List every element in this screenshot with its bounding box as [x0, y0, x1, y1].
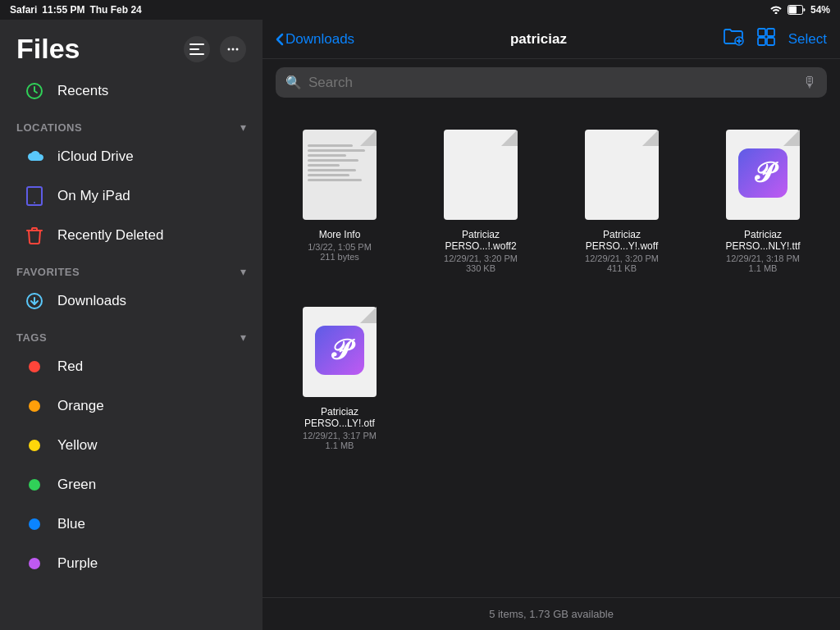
sidebar-item-recents[interactable]: Recents: [7, 71, 256, 111]
locations-collapse-button[interactable]: ▾: [240, 121, 246, 134]
sidebar-toggle-button[interactable]: [184, 36, 210, 62]
svg-rect-18: [758, 38, 765, 45]
svg-rect-19: [767, 38, 774, 45]
downloads-icon: [23, 290, 46, 313]
sidebar-item-label-ipad: On My iPad: [57, 188, 130, 204]
file-page-woff2: [444, 130, 518, 220]
battery-label: 54%: [810, 4, 830, 16]
select-label: Select: [788, 31, 827, 47]
file-item-woff[interactable]: Patriciaz PERSO...Y!.woff 12/29/21, 3:20…: [558, 119, 686, 280]
tags-section-header: Tags ▾: [0, 321, 262, 347]
p-font-icon-otf: 𝒫: [315, 326, 364, 375]
file-size-ttf: 1.1 MB: [749, 263, 778, 273]
tag-purple-icon: [23, 552, 46, 575]
sidebar-title: Files: [16, 33, 80, 65]
tag-blue-label: Blue: [57, 516, 85, 532]
p-font-icon-ttf: 𝒫: [738, 148, 788, 198]
select-button[interactable]: Select: [788, 31, 827, 48]
sidebar-item-tag-green[interactable]: Green: [7, 465, 256, 504]
tags-collapse-button[interactable]: ▾: [240, 331, 246, 344]
file-size-otf: 1.1 MB: [326, 441, 354, 450]
file-name-more-info: More Info: [319, 229, 361, 240]
tag-purple-label: Purple: [57, 555, 98, 572]
sidebar-item-label-downloads: Downloads: [57, 293, 126, 309]
grid-view-button[interactable]: [757, 28, 775, 50]
file-lines: [303, 141, 377, 187]
carrier-label: Safari: [10, 4, 37, 16]
file-date-otf: 12/29/21, 3:17 PM: [303, 431, 377, 441]
date-label: Thu Feb 24: [89, 4, 141, 16]
svg-rect-4: [189, 53, 204, 55]
tag-red-icon: [23, 355, 46, 378]
sidebar-item-tag-red[interactable]: Red: [7, 347, 256, 386]
nav-title: patriciaz: [510, 31, 567, 48]
mic-icon[interactable]: 🎙: [802, 74, 817, 91]
file-size-woff2: 330 KB: [466, 263, 495, 273]
file-name-otf: Patriciaz PERSO...LY!.otf: [294, 406, 385, 429]
trash-icon: [23, 224, 46, 247]
file-item-ttf[interactable]: 𝒫 Patriciaz PERSO...NLY!.ttf 12/29/21, 3…: [699, 119, 827, 280]
battery-icon: [788, 5, 806, 15]
file-item-more-info[interactable]: More Info 1/3/22, 1:05 PM 211 bytes: [276, 119, 404, 280]
status-right: 54%: [769, 4, 830, 16]
file-thumb-ttf: 𝒫: [722, 126, 804, 224]
sidebar-item-tag-purple[interactable]: Purple: [7, 544, 256, 583]
new-folder-icon: [723, 28, 744, 46]
favorites-section-header: Favorites ▾: [0, 255, 262, 281]
file-size-woff: 411 KB: [607, 263, 637, 273]
sidebar-item-label-icloud: iCloud Drive: [57, 148, 134, 165]
app-layout: Files: [0, 20, 840, 630]
sidebar-toggle-icon: [189, 43, 204, 55]
back-button[interactable]: Downloads: [276, 31, 354, 48]
file-name-woff: Patriciaz PERSO...Y!.woff: [577, 229, 667, 252]
more-options-icon: [226, 43, 240, 56]
favorites-collapse-button[interactable]: ▾: [240, 265, 246, 278]
file-name-ttf: Patriciaz PERSO...NLY!.ttf: [718, 229, 808, 252]
files-area: More Info 1/3/22, 1:05 PM 211 bytes Patr…: [262, 106, 840, 597]
nav-right: Select: [723, 28, 827, 50]
sidebar: Files: [0, 20, 262, 630]
tag-blue-icon: [23, 513, 46, 536]
file-thumb-woff: [581, 126, 663, 224]
file-date-woff: 12/29/21, 3:20 PM: [585, 253, 659, 263]
nav-bar: Downloads patriciaz: [262, 20, 840, 59]
more-options-button[interactable]: [220, 36, 246, 62]
sidebar-item-downloads[interactable]: Downloads: [7, 281, 256, 321]
grid-view-icon: [757, 28, 775, 46]
status-bar: Safari 11:55 PM Thu Feb 24 54%: [0, 0, 840, 20]
search-icon: 🔍: [285, 75, 302, 90]
back-label: Downloads: [285, 31, 354, 48]
sidebar-item-recently-deleted[interactable]: Recently Deleted: [7, 216, 256, 255]
tag-red-label: Red: [57, 358, 83, 375]
file-date-woff2: 12/29/21, 3:20 PM: [444, 253, 518, 263]
locations-section-label: Locations: [16, 121, 82, 134]
file-item-otf[interactable]: 𝒫 Patriciaz PERSO...LY!.otf 12/29/21, 3:…: [276, 296, 404, 457]
sidebar-item-label-recently-deleted: Recently Deleted: [57, 227, 163, 244]
file-page-woff: [585, 130, 659, 220]
favorites-section-label: Favorites: [16, 266, 80, 278]
sidebar-header: Files: [0, 20, 262, 71]
file-date-ttf: 12/29/21, 3:18 PM: [726, 253, 800, 263]
sidebar-item-tag-yellow[interactable]: Yellow: [7, 426, 256, 465]
sidebar-item-tag-orange[interactable]: Orange: [7, 386, 256, 426]
sidebar-header-icons: [184, 36, 246, 62]
file-thumb-woff2: [440, 126, 522, 224]
sidebar-item-tag-blue[interactable]: Blue: [7, 504, 256, 544]
sidebar-item-label-recents: Recents: [57, 83, 108, 99]
file-name-woff2: Patriciaz PERSO...!.woff2: [436, 229, 526, 252]
search-input[interactable]: [308, 75, 796, 91]
files-count-label: 5 items, 1.73 GB available: [489, 608, 614, 620]
file-item-woff2[interactable]: Patriciaz PERSO...!.woff2 12/29/21, 3:20…: [417, 119, 545, 280]
files-footer: 5 items, 1.73 GB available: [262, 597, 840, 630]
sidebar-item-icloud[interactable]: iCloud Drive: [7, 137, 256, 176]
sidebar-item-ipad[interactable]: On My iPad: [7, 176, 256, 216]
svg-point-5: [232, 48, 235, 50]
main-content: Downloads patriciaz: [262, 20, 840, 630]
file-size-more-info: 211 bytes: [320, 252, 359, 262]
file-thumb-otf: 𝒫: [299, 303, 381, 401]
svg-point-10: [34, 202, 35, 203]
file-page-more-info: [303, 130, 377, 220]
new-folder-button[interactable]: [723, 28, 744, 50]
recents-icon: [23, 80, 46, 103]
ipad-icon: [23, 185, 46, 208]
